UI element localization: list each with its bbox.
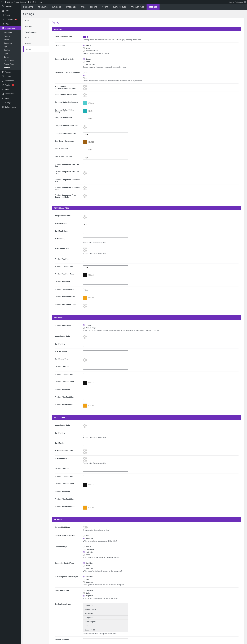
submenu-export[interactable]: Export <box>0 55 20 59</box>
sidebar-item-dashboard[interactable]: Dashboard <box>0 4 20 8</box>
site-name[interactable]: Ultimate Product Catalog <box>5 1 26 3</box>
text-input[interactable] <box>83 498 128 502</box>
text-input[interactable] <box>83 156 128 160</box>
text-input[interactable] <box>83 281 128 284</box>
radio-option[interactable]: Checkbox <box>83 590 239 591</box>
color-swatch[interactable] <box>83 358 87 362</box>
sidebar-item-pages[interactable]: Pages <box>0 13 20 17</box>
sortable-item[interactable]: Tags <box>83 624 128 628</box>
text-input[interactable] <box>83 396 128 400</box>
radio-option[interactable]: Minimalist <box>83 551 239 553</box>
radio-option[interactable]: Minimalist/Hover <box>83 50 239 52</box>
toggle[interactable] <box>83 36 88 38</box>
radio-option[interactable]: Dropdown <box>83 568 239 570</box>
color-swatch[interactable] <box>83 424 87 428</box>
radio-option[interactable]: Checkbox <box>83 576 239 578</box>
text-input[interactable] <box>83 288 128 292</box>
text-input[interactable] <box>83 432 128 436</box>
text-input[interactable] <box>83 638 128 642</box>
text-input[interactable] <box>83 238 128 241</box>
sidebar-item-reviews[interactable]: Reviews <box>0 70 20 74</box>
sidebar-item-media[interactable]: Media <box>0 8 20 13</box>
submenu-tags[interactable]: Tags <box>0 45 20 48</box>
text-input[interactable] <box>83 258 128 262</box>
tab-export[interactable]: EXPORT <box>88 4 99 10</box>
submenu-categories[interactable]: Categories <box>0 41 20 45</box>
text-input[interactable] <box>83 222 128 226</box>
color-swatch[interactable] <box>83 457 87 462</box>
sidebar-item-tools[interactable]: Tools <box>0 87 20 92</box>
sidebar-item-product-catalog[interactable]: Product Catalog <box>0 26 20 30</box>
text-input[interactable] <box>83 230 128 234</box>
submenu-custom-fields[interactable]: Custom Fields <box>0 59 20 62</box>
text-input[interactable] <box>83 468 128 472</box>
text-input[interactable] <box>83 343 128 347</box>
panel-nav-seo[interactable]: SEO <box>23 35 49 41</box>
submenu-import[interactable]: Import <box>0 52 20 55</box>
radio-option[interactable]: Dropdown <box>83 595 239 597</box>
color-swatch[interactable] <box>83 148 87 152</box>
radio-option[interactable]: Block <box>83 61 239 63</box>
sortable-item[interactable]: Price Filter <box>83 612 128 616</box>
sidebar-item-settings[interactable]: Settings <box>0 100 20 105</box>
sortable-item[interactable]: Custom Fields <box>83 628 128 632</box>
color-swatch[interactable] <box>83 296 87 300</box>
sidebar-item-contact[interactable]: Contact <box>0 74 20 78</box>
tab-tags[interactable]: TAGS <box>79 4 88 10</box>
text-input[interactable] <box>83 388 128 392</box>
submenu-add-new[interactable]: Add New <box>0 38 20 41</box>
toggle[interactable] <box>83 526 88 528</box>
color-swatch[interactable] <box>83 404 87 408</box>
text-input[interactable] <box>83 163 128 167</box>
color-swatch[interactable] <box>83 101 87 105</box>
sidebar-item-tools[interactable]: Tools <box>0 96 20 100</box>
radio-option[interactable]: Dropdown <box>83 581 239 583</box>
submenu-dashboard[interactable]: Dashboard <box>0 31 20 34</box>
color-swatch[interactable] <box>83 140 87 144</box>
color-swatch[interactable] <box>83 109 87 113</box>
new-content[interactable]: + New <box>37 1 42 3</box>
sidebar-item-dashupdash[interactable]: DashupDash <box>0 92 20 96</box>
user-greeting[interactable]: Howdy, Etoile Web <box>229 1 246 3</box>
tab-categories[interactable]: CATEGORIES <box>63 4 79 10</box>
color-swatch[interactable] <box>83 248 87 252</box>
sortable-item[interactable]: Product Sort <box>83 603 128 607</box>
panel-nav-premium[interactable]: Premium <box>23 24 49 29</box>
color-swatch[interactable] <box>83 304 87 308</box>
panel-nav-labelling[interactable]: Labelling <box>23 41 49 46</box>
sidebar-item-appearance[interactable]: Appearance <box>0 78 20 83</box>
color-swatch[interactable] <box>83 186 87 190</box>
tab-settings[interactable]: SETTINGS <box>147 4 160 10</box>
radio-option[interactable]: Checkbox <box>83 562 239 564</box>
tab-dashboard[interactable]: DASHBOARD <box>20 4 36 10</box>
color-swatch[interactable] <box>83 450 87 454</box>
radio-option[interactable]: Underline <box>83 538 239 540</box>
radio-option[interactable]: Default <box>83 44 239 46</box>
color-swatch[interactable] <box>83 215 87 219</box>
color-swatch[interactable] <box>83 117 87 121</box>
color-swatch[interactable] <box>83 483 87 487</box>
color-swatch[interactable] <box>83 273 87 277</box>
panel-nav-woocommerce[interactable]: WooCommerce <box>23 29 49 35</box>
color-swatch[interactable] <box>83 335 87 339</box>
radio-option[interactable]: Block <box>83 47 239 49</box>
text-input[interactable] <box>83 179 128 182</box>
text-input[interactable] <box>83 373 128 377</box>
radio-option[interactable]: Normal <box>83 58 239 60</box>
panel-nav-basic[interactable]: Basic <box>23 18 49 24</box>
radio-option[interactable]: Radio <box>83 578 239 580</box>
color-swatch[interactable] <box>83 125 87 129</box>
radio-option[interactable]: Block <box>83 554 239 556</box>
sidebar-item-faqs[interactable]: FAQs <box>0 22 20 26</box>
radio-option[interactable]: 4 <box>83 74 239 76</box>
text-input[interactable] <box>83 490 128 494</box>
tab-import[interactable]: IMPORT <box>99 4 110 10</box>
color-swatch[interactable] <box>83 86 87 90</box>
radio-option[interactable]: None <box>83 535 239 537</box>
submenu-products[interactable]: Products <box>0 34 20 38</box>
radio-option[interactable]: 3 <box>83 72 239 74</box>
sortable-item[interactable]: Categories <box>83 616 128 620</box>
radio-option[interactable]: Radio <box>83 592 239 594</box>
text-input[interactable] <box>83 475 128 479</box>
color-swatch[interactable] <box>83 171 87 175</box>
